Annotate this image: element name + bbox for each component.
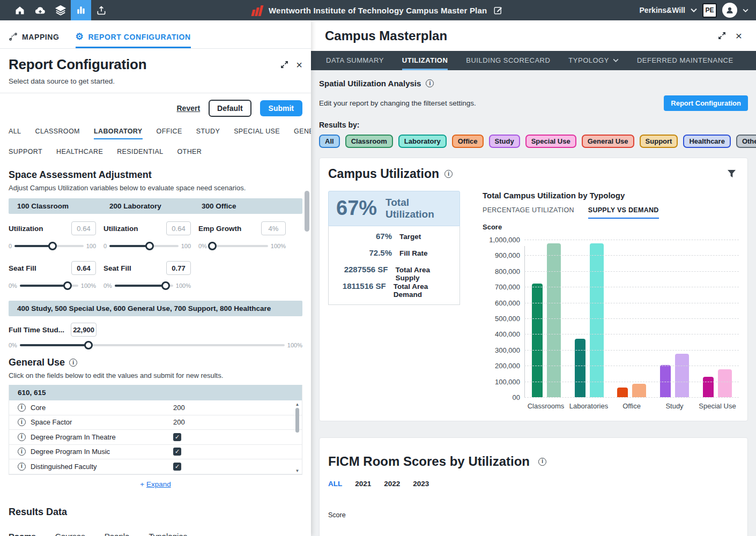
upload-icon[interactable] (91, 0, 112, 20)
revert-button[interactable]: Revert (177, 104, 201, 113)
bar-light-laboratories[interactable] (590, 243, 604, 397)
edit-title-icon[interactable] (493, 5, 503, 15)
row-info-icon[interactable]: i (18, 404, 26, 412)
chart-tab-percentage-utilization[interactable]: PERCENTAGE UTILIZATION (483, 206, 574, 219)
table-scrollbar[interactable]: ▲ ▼ (294, 402, 301, 473)
left-panel-scroll-thumb[interactable] (305, 191, 309, 232)
report-configuration-button[interactable]: Report Configuration (664, 95, 748, 111)
row-info-icon[interactable]: i (18, 463, 26, 471)
chip-support[interactable]: Support (640, 135, 678, 148)
close-masterplan-icon[interactable]: × (736, 30, 742, 41)
chip-healthcare[interactable]: Healthcare (683, 135, 730, 148)
row-checkbox[interactable]: ✓ (173, 433, 181, 441)
chart-xlabel: Study (653, 402, 696, 410)
assessment-r2c1-input[interactable] (71, 261, 96, 275)
bar-dark-laboratories[interactable] (575, 339, 585, 397)
chip-laboratory[interactable]: Laboratory (398, 135, 447, 148)
results-tab-courses[interactable]: Courses (55, 532, 85, 536)
account-chevron-down-icon[interactable] (743, 9, 748, 12)
category-tab-classroom[interactable]: CLASSROOM (35, 128, 79, 139)
scroll-up-icon[interactable]: ▲ (295, 402, 300, 407)
category-tab-other[interactable]: OTHER (177, 148, 202, 160)
expand-button[interactable]: + Expand (140, 480, 171, 488)
bar-light-classrooms[interactable] (547, 243, 561, 397)
bar-dark-office[interactable] (617, 388, 628, 397)
spatial-analysis-info-icon[interactable]: i (426, 79, 434, 87)
masterplan-tab-data-summary[interactable]: DATA SUMMARY (326, 51, 384, 70)
results-tab-rooms[interactable]: Rooms (9, 532, 36, 536)
row-info-icon[interactable]: i (18, 448, 26, 456)
assessment-r1c2-knob[interactable] (145, 242, 154, 250)
layers-icon[interactable] (50, 0, 71, 20)
category-tab-healthcare[interactable]: HEALTHCARE (56, 148, 103, 160)
masterplan-tab-building-scorecard[interactable]: BUILDING SCORECARD (466, 51, 550, 70)
chip-classroom[interactable]: Classroom (345, 135, 393, 148)
masterplan-tab-deferred-maintenance[interactable]: DEFERRED MAINTENANCE (637, 51, 733, 70)
assessment-r1c2-input[interactable] (166, 221, 191, 235)
avatar[interactable] (722, 3, 737, 18)
chip-all[interactable]: All (319, 135, 340, 148)
pe-badge[interactable]: PE (702, 3, 717, 18)
close-panel-icon[interactable]: × (296, 59, 302, 70)
row-info-icon[interactable]: i (18, 418, 26, 426)
assessment-r2c1-knob[interactable] (63, 281, 72, 290)
assessment-r2c2-input[interactable] (166, 261, 191, 275)
expand-panel-icon[interactable] (280, 61, 288, 69)
masterplan-tab-utilization[interactable]: UTILIZATION (402, 51, 448, 70)
submit-button[interactable]: Submit (260, 100, 302, 116)
bar-light-special-use[interactable] (718, 369, 732, 397)
ficm-tab-2022[interactable]: 2022 (384, 480, 400, 488)
masterplan-tab-typology[interactable]: TYPOLOGY (568, 51, 619, 70)
assessment-r1c1-knob[interactable] (48, 242, 57, 250)
chip-study[interactable]: Study (489, 135, 520, 148)
category-tab-office[interactable]: OFFICE (157, 128, 182, 139)
row-checkbox[interactable]: ✓ (173, 448, 181, 456)
chip-other[interactable]: Other (736, 135, 756, 148)
filter-funnel-icon[interactable] (728, 170, 736, 180)
category-tab-all[interactable]: ALL (9, 128, 21, 139)
chip-office[interactable]: Office (452, 135, 484, 148)
org-switcher[interactable]: Perkins&Will (640, 6, 685, 14)
assessment-r1c3-knob[interactable] (208, 242, 217, 250)
row-info-icon[interactable]: i (18, 433, 26, 441)
cloud-upload-icon[interactable] (30, 0, 50, 20)
chart-tab-supply-vs-demand[interactable]: SUPPLY VS DEMAND (588, 206, 659, 219)
category-tab-study[interactable]: STUDY (196, 128, 220, 139)
org-chevron-down-icon[interactable] (691, 8, 697, 12)
bar-chart-icon[interactable] (71, 0, 91, 20)
default-button[interactable]: Default (209, 100, 251, 117)
assessment-r1c1-input[interactable] (71, 221, 96, 235)
fulltime-slider-knob[interactable] (84, 341, 93, 349)
bar-dark-special-use[interactable] (703, 377, 714, 397)
assessment-r2c2-knob[interactable] (161, 281, 170, 290)
ficm-info-icon[interactable]: i (538, 458, 546, 466)
ficm-tab-2021[interactable]: 2021 (355, 480, 371, 488)
campus-utilization-info-icon[interactable]: i (444, 170, 453, 178)
chip-general-use[interactable]: General Use (582, 135, 634, 148)
expand-masterplan-icon[interactable] (718, 32, 726, 40)
category-tab-residential[interactable]: RESIDENTIAL (117, 148, 163, 160)
category-tab-support[interactable]: SUPPORT (9, 148, 42, 160)
fulltime-input[interactable] (71, 323, 97, 337)
scroll-down-icon[interactable]: ▼ (295, 468, 300, 473)
bar-light-office[interactable] (632, 384, 646, 397)
tab-report-configuration[interactable]: ⚙ REPORT CONFIGURATION (76, 32, 191, 48)
bar-light-study[interactable] (675, 354, 689, 397)
bar-dark-classrooms[interactable] (532, 284, 543, 397)
home-icon[interactable] (10, 0, 30, 20)
ficm-tab-all[interactable]: ALL (328, 480, 342, 488)
category-tab-general-use[interactable]: GENERAL USE (294, 128, 311, 139)
table-scroll-thumb[interactable] (295, 408, 299, 433)
results-tab-typologies[interactable]: Typologies (149, 532, 187, 536)
category-tab-laboratory[interactable]: LABORATORY (94, 128, 143, 139)
row-value[interactable]: 200 (173, 404, 185, 412)
row-checkbox[interactable]: ✓ (173, 463, 181, 471)
row-value[interactable]: 200 (173, 418, 185, 426)
assessment-r1c3-input[interactable] (261, 221, 286, 235)
ficm-tab-2023[interactable]: 2023 (413, 480, 429, 488)
general-use-info-icon[interactable]: i (69, 359, 77, 367)
tab-mapping[interactable]: MAPPING (9, 32, 60, 48)
category-tab-special-use[interactable]: SPECIAL USE (234, 128, 280, 139)
chip-special-use[interactable]: Special Use (525, 135, 576, 148)
results-tab-people[interactable]: People (105, 532, 130, 536)
